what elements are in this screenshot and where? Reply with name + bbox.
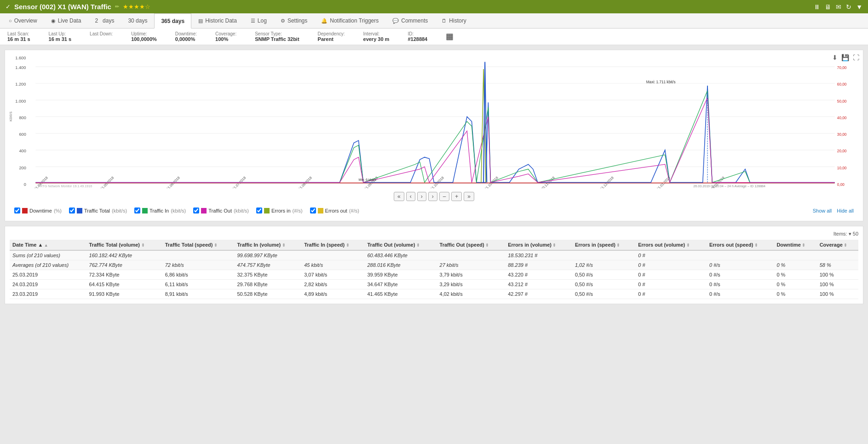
live-data-icon: ◉ [51,18,56,24]
avgs-errors-in-vol: 88.239 # [505,260,572,270]
svg-text:10,00: 10,00 [837,166,847,170]
last-scan: Last Scan: 16 m 31 s [7,31,30,42]
svg-text:1.000: 1.000 [15,99,26,104]
email-icon[interactable]: ✉ [836,3,841,11]
tab-comments[interactable]: 💬 Comments [385,13,435,28]
downtime-label: Downtime: [175,31,197,36]
col-downtime[interactable]: Downtime [774,240,816,250]
top-bar: ✓ Sensor (002) X1 (WAN) Traffic ✏ ★★★★☆ … [0,0,868,13]
page-zoom-out-btn[interactable]: – [439,192,450,201]
page-forward-btn[interactable]: › [428,192,437,201]
page-zoom-in-btn[interactable]: + [451,192,462,201]
tab-365days[interactable]: 365 days [154,13,191,29]
page-prev-btn[interactable]: ‹ [406,192,415,201]
legend-traffic-in-color [142,208,148,213]
tab-history[interactable]: 🗒 History [435,13,473,28]
legend-errors-out-unit: (#/s) [349,208,359,213]
chart-pagination: « ‹ › › – + » [10,192,858,201]
tab-30days[interactable]: 30 days [121,13,154,28]
tab-settings[interactable]: ⚙ Settings [274,13,314,28]
row-2-tts: 8,91 kbit/s [162,289,235,299]
svg-text:26.03.2019 09:16:04 – 24 h Ave: 26.03.2019 09:16:04 – 24 h Average – ID … [693,184,765,188]
tab-overview[interactable]: ○ Overview [2,13,44,28]
legend-errors-out[interactable]: Errors out (#/s) [310,208,359,213]
row-0-tiv: 32.375 KByte [235,270,302,280]
legend-traffic-in[interactable]: Traffic In (kbit/s) [134,208,186,213]
summary-sums-row: Sums (of 210 values) 160.182.442 KByte 9… [10,250,858,260]
legend-traffic-total-label: Traffic Total [84,208,110,213]
dropdown-icon[interactable]: ▼ [856,3,862,11]
sums-errors-out-spd [707,250,774,260]
info-bar: Last Scan: 16 m 31 s Last Up: 16 m 31 s … [0,29,868,45]
svg-text:40,00: 40,00 [837,116,847,120]
hide-all-link[interactable]: Hide all [837,208,854,213]
table-row[interactable]: 25.03.2019 72.334 KByte 6,86 kbit/s 32.3… [10,270,858,280]
sensor-stars[interactable]: ★★★★☆ [123,3,150,10]
pause-icon[interactable]: ⏸ [814,3,820,11]
legend-downtime-label: Downtime [29,208,52,213]
col-traffic-in-vol[interactable]: Traffic In (volume) [235,240,302,250]
page-next-btn[interactable]: › [417,192,426,201]
page-last-btn[interactable]: » [464,192,474,201]
legend-downtime-color [22,208,28,213]
col-errors-in-spd[interactable]: Errors in (speed) [572,240,635,250]
tab-live-data[interactable]: ◉ Live Data [44,13,88,28]
legend-traffic-total[interactable]: Traffic Total (kbit/s) [69,208,127,213]
tab-historic-data[interactable]: ▤ Historic Data [191,13,244,28]
sums-errors-out-vol: 0 # [635,250,707,260]
col-errors-in-vol[interactable]: Errors in (volume) [505,240,572,250]
downtime: Downtime: 0,0000% [175,31,197,42]
legend-traffic-in-checkbox[interactable] [134,208,140,213]
table-row[interactable]: 24.03.2019 64.415 KByte 6,11 kbit/s 29.7… [10,280,858,289]
col-traffic-in-spd[interactable]: Traffic In (speed) [301,240,364,250]
legend-errors-in-checkbox[interactable] [256,208,262,213]
show-hide-links: Show all Hide all [809,208,854,213]
nav-tabs: ○ Overview ◉ Live Data 2 days 30 days 36… [0,13,868,29]
refresh-icon[interactable]: ↻ [846,3,851,11]
row-2-eiv: 42.297 # [505,289,572,299]
monitor-icon[interactable]: 🖥 [825,3,831,11]
table-row[interactable]: 23.03.2019 91.993 KByte 8,91 kbit/s 50.5… [10,289,858,299]
col-errors-out-vol[interactable]: Errors out (volume) [635,240,707,250]
row-1-date: 24.03.2019 [10,280,86,289]
tab-2days[interactable]: 2 days [88,13,121,28]
col-traffic-total-vol[interactable]: Traffic Total (volume) [86,240,162,250]
col-traffic-out-spd[interactable]: Traffic Out (speed) [437,240,506,250]
sums-traffic-total-vol: 160.182.442 KByte [86,250,162,260]
items-value[interactable]: ▾ 50 [849,231,858,237]
tab-log[interactable]: ☰ Log [244,13,274,28]
avgs-errors-out-spd: 0 #/s [707,260,774,270]
dependency-value: Parent [318,36,345,42]
col-errors-out-spd[interactable]: Errors out (speed) [707,240,774,250]
row-2-eov: 0 # [635,289,707,299]
col-date[interactable]: Date Time ▲ [10,240,86,250]
row-1-tos: 3,29 kbit/s [437,280,506,289]
legend-traffic-out[interactable]: Traffic Out (kbit/s) [193,208,249,213]
col-traffic-total-spd[interactable]: Traffic Total (speed) [162,240,235,250]
chart-legend: Downtime (%) Traffic Total (kbit/s) Traf… [10,205,858,216]
last-scan-value: 16 m 31 s [7,36,30,42]
show-all-link[interactable]: Show all [813,208,832,213]
table-header: Date Time ▲ Traffic Total (volume) Traff… [10,240,858,250]
sensor-id: ID: #128884 [408,31,427,42]
table-section: Items: ▾ 50 Date Time ▲ Traffic Total (v… [5,226,863,304]
legend-errors-out-checkbox[interactable] [310,208,316,213]
edit-icon[interactable]: ✏ [115,4,119,10]
sums-downtime [774,250,816,260]
svg-text:01.10.2018: 01.10.2018 [429,176,445,188]
col-traffic-out-vol[interactable]: Traffic Out (volume) [364,240,437,250]
legend-traffic-out-checkbox[interactable] [193,208,199,213]
col-coverage[interactable]: Coverage [817,240,858,250]
row-0-cov: 100 % [817,270,858,280]
legend-downtime-checkbox[interactable] [14,208,20,213]
sensor-type-value: SNMP Traffic 32bit [255,36,299,42]
legend-errors-in[interactable]: Errors in (#/s) [256,208,303,213]
legend-traffic-out-label: Traffic Out [208,208,232,213]
tab-notification-triggers[interactable]: 🔔 Notification Triggers [314,13,385,28]
page-first-btn[interactable]: « [394,192,404,201]
sensor-type-label: Sensor Type: [255,31,299,36]
chart-section: ⬇ 💾 ⛶ 0 200 400 600 800 1.000 1.200 1.40… [5,50,863,221]
row-0-eiv: 43.220 # [505,270,572,280]
legend-downtime[interactable]: Downtime (%) [14,208,62,213]
legend-traffic-total-checkbox[interactable] [69,208,75,213]
